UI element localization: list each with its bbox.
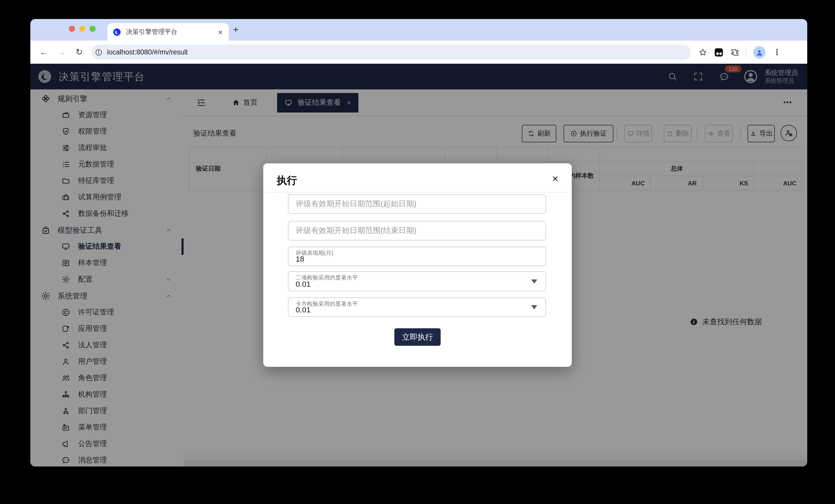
dialog-divider <box>263 192 572 193</box>
field-value: 0.01 <box>296 279 310 288</box>
dialog-title: 执行 <box>277 174 297 188</box>
input-field-1[interactable]: 评级有效期开始日期范围(结束日期) <box>288 221 546 240</box>
field-placeholder: 评级有效期开始日期范围(起始日期) <box>296 199 416 209</box>
dialog-close-icon[interactable]: × <box>552 173 558 185</box>
select-field-4[interactable]: 卡方检验采用的显著水平0.01 <box>288 297 546 317</box>
input-field-2[interactable]: 评级表现期(月)18 <box>288 247 546 266</box>
bookmark-star-icon[interactable] <box>698 47 708 57</box>
execute-dialog: 执行 × 评级有效期开始日期范围(起始日期)评级有效期开始日期范围(结束日期)评… <box>263 163 572 367</box>
browser-window: 决策引擎管理平台 × + ← → ↻ localhost:8080/#/mv/r… <box>30 19 807 466</box>
extensions-puzzle-icon[interactable] <box>730 47 740 57</box>
page-viewport: 决策引擎管理平台 120 系统管理员 系统管理员 规则引擎资源管理权限管理流程审… <box>30 64 807 466</box>
browser-menu-icon[interactable]: ⋮ <box>773 47 781 57</box>
minimize-window-button[interactable] <box>79 26 85 32</box>
tab-close-icon[interactable]: × <box>217 28 224 36</box>
field-value: 18 <box>296 254 304 263</box>
field-placeholder: 评级有效期开始日期范围(结束日期) <box>296 226 416 235</box>
select-caret-icon <box>531 279 537 284</box>
select-caret-icon <box>531 305 537 309</box>
profile-avatar[interactable] <box>754 46 766 58</box>
maximize-window-button[interactable] <box>89 26 96 32</box>
extension-app-icon[interactable] <box>715 48 723 56</box>
field-value: 0.01 <box>296 305 310 314</box>
address-bar[interactable]: localhost:8080/#/mv/result <box>92 45 691 60</box>
browser-tab-title: 决策引擎管理平台 <box>126 27 217 36</box>
url-text: localhost:8080/#/mv/result <box>107 48 188 56</box>
forward-button[interactable]: → <box>58 47 66 57</box>
browser-tab-strip: 决策引擎管理平台 × + <box>30 19 807 41</box>
browser-toolbar: ← → ↻ localhost:8080/#/mv/result ⋮ <box>30 41 807 64</box>
site-info-icon[interactable] <box>95 48 103 56</box>
input-field-0[interactable]: 评级有效期开始日期范围(起始日期) <box>288 194 546 214</box>
reload-button[interactable]: ↻ <box>76 47 83 58</box>
new-tab-button[interactable]: + <box>233 24 239 36</box>
favicon-swirl-icon <box>113 27 121 36</box>
screen: 决策引擎管理平台 × + ← → ↻ localhost:8080/#/mv/r… <box>0 0 835 504</box>
back-button[interactable]: ← <box>40 47 48 57</box>
select-field-3[interactable]: 二项检验采用的显著水平0.01 <box>288 271 546 291</box>
execute-now-button[interactable]: 立即执行 <box>394 328 441 346</box>
toolbar-divider <box>746 47 746 57</box>
close-window-button[interactable] <box>69 26 75 32</box>
browser-tab[interactable]: 决策引擎管理平台 × <box>107 23 229 41</box>
